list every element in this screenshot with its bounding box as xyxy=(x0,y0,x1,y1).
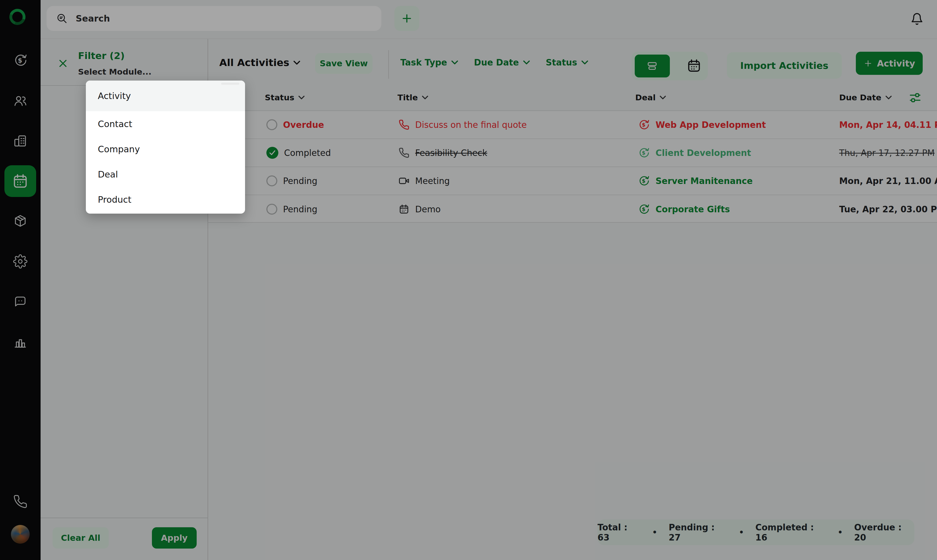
module-dropdown: Activity Contact Company Deal Product xyxy=(86,80,245,214)
dropdown-option-activity[interactable]: Activity xyxy=(86,80,245,111)
dropdown-option-contact[interactable]: Contact xyxy=(86,111,245,137)
scrollbar-thumb[interactable] xyxy=(221,83,239,85)
app-root: $ xyxy=(0,0,937,560)
dropdown-option-company[interactable]: Company xyxy=(86,137,245,162)
dropdown-option-deal[interactable]: Deal xyxy=(86,162,245,187)
dropdown-option-product[interactable]: Product xyxy=(86,187,245,212)
